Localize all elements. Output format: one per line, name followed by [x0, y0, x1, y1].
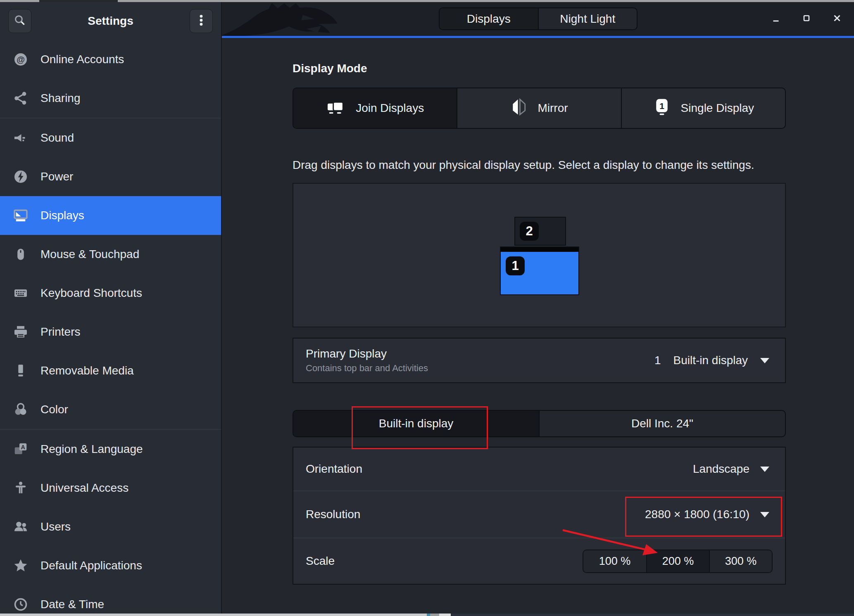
minimize-icon	[771, 13, 781, 25]
kali-dragon-decoration	[222, 2, 346, 36]
scale-option-100[interactable]: 100 %	[583, 550, 646, 572]
header-view-switcher: Displays Night Light	[439, 7, 638, 30]
sidebar-item-power[interactable]: Power	[0, 157, 221, 196]
resolution-row: Resolution 2880 × 1800 (16:10)	[293, 491, 785, 538]
background-taskbar-sliver	[0, 614, 854, 616]
sound-icon	[12, 130, 30, 145]
sidebar-item-online-accounts[interactable]: @ Online Accounts	[0, 40, 221, 79]
displays-icon	[12, 208, 30, 223]
sidebar-item-displays[interactable]: Displays	[0, 196, 221, 235]
menu-button[interactable]	[190, 9, 213, 33]
universal-access-icon	[12, 481, 30, 495]
region-language-icon: A	[12, 442, 30, 457]
keyboard-icon	[12, 286, 30, 301]
removable-media-icon	[12, 364, 30, 378]
scale-option-200[interactable]: 200 %	[646, 550, 709, 572]
users-icon	[12, 519, 30, 534]
online-accounts-icon: @	[12, 52, 30, 67]
printer-icon	[12, 325, 30, 339]
sidebar-item-sharing[interactable]: Sharing	[0, 79, 221, 118]
maximize-button[interactable]	[800, 13, 813, 25]
sidebar-item-mouse-touchpad[interactable]: Mouse & Touchpad	[0, 235, 221, 274]
close-icon	[832, 13, 842, 25]
primary-display-number: 1	[654, 354, 661, 367]
mirror-icon	[510, 98, 528, 119]
tab-displays[interactable]: Displays	[440, 8, 539, 29]
settings-sidebar: Settings @ Online Accounts Sharing Sound…	[0, 2, 222, 614]
arrange-instruction: Drag displays to match your physical dis…	[293, 159, 786, 172]
resolution-label: Resolution	[306, 508, 645, 521]
display-settings-card: Orientation Landscape Resolution 2880 × …	[293, 447, 786, 585]
headerbar: Displays Night Light	[222, 2, 854, 36]
single-display-icon: 1	[653, 97, 671, 119]
scale-option-300[interactable]: 300 %	[709, 550, 772, 572]
power-icon	[12, 169, 30, 184]
orientation-label: Orientation	[306, 462, 693, 476]
scale-row: Scale 100 % 200 % 300 %	[293, 538, 785, 584]
sidebar-item-universal-access[interactable]: Universal Access	[0, 469, 221, 507]
displays-panel: Displays Night Light Display Mode Join D…	[222, 2, 854, 614]
sharing-icon	[12, 91, 30, 105]
sidebar-item-color[interactable]: Color	[0, 390, 221, 429]
display-mode-switcher: Join Displays Mirror 1 Single Display	[293, 88, 786, 129]
primary-display-subtitle: Contains top bar and Activities	[306, 363, 654, 374]
resolution-dropdown[interactable]: 2880 × 1800 (16:10)	[645, 508, 773, 521]
search-button[interactable]	[8, 9, 31, 33]
display-arrangement-area: 2 1	[293, 183, 786, 327]
search-icon	[14, 14, 26, 28]
svg-text:A: A	[21, 444, 25, 450]
displays-content: Display Mode Join Displays Mirror 1 Sing…	[293, 62, 786, 585]
tab-dell-inc-24[interactable]: Dell Inc. 24"	[540, 411, 785, 436]
sidebar-item-sound[interactable]: Sound	[0, 118, 221, 157]
sidebar-item-removable-media[interactable]: Removable Media	[0, 351, 221, 390]
option-mirror[interactable]: Mirror	[457, 88, 621, 128]
option-single-display[interactable]: 1 Single Display	[621, 88, 785, 128]
scale-label: Scale	[306, 554, 583, 568]
clock-icon	[12, 597, 30, 611]
scale-button-group: 100 % 200 % 300 %	[583, 550, 773, 573]
minimize-button[interactable]	[770, 13, 782, 25]
focus-accent-line	[222, 36, 854, 38]
option-join-displays[interactable]: Join Displays	[293, 88, 457, 128]
chevron-down-icon	[760, 512, 769, 517]
primary-display-dropdown[interactable]: 1 Built-in display	[654, 354, 773, 367]
single-display-badge: 1	[659, 101, 664, 110]
svg-text:@: @	[17, 55, 25, 64]
mouse-icon	[12, 247, 30, 261]
display-selector-tabs: Built-in display Dell Inc. 24"	[293, 410, 786, 437]
monitor-2-badge: 2	[520, 222, 539, 241]
window-controls	[770, 2, 843, 36]
app-title: Settings	[31, 14, 190, 28]
primary-display-value: Built-in display	[673, 354, 748, 367]
sidebar-list: @ Online Accounts Sharing Sound Power Di…	[0, 40, 221, 616]
maximize-icon	[801, 13, 812, 25]
join-displays-icon	[326, 99, 346, 118]
sidebar-header: Settings	[0, 2, 221, 40]
color-icon	[12, 402, 30, 417]
star-icon	[12, 558, 30, 573]
sidebar-item-default-applications[interactable]: Default Applications	[0, 546, 221, 585]
primary-display-title: Primary Display	[306, 347, 654, 360]
orientation-row: Orientation Landscape	[293, 448, 785, 490]
sidebar-item-printers[interactable]: Printers	[0, 313, 221, 351]
primary-display-row[interactable]: Primary Display Contains top bar and Act…	[293, 338, 786, 383]
sidebar-item-date-time[interactable]: Date & Time	[0, 585, 221, 616]
chevron-down-icon	[760, 358, 769, 363]
monitor-1-topbar	[501, 247, 578, 252]
kebab-menu-icon	[195, 13, 207, 29]
sidebar-item-keyboard-shortcuts[interactable]: Keyboard Shortcuts	[0, 274, 221, 313]
tab-built-in-display[interactable]: Built-in display	[293, 411, 540, 436]
sidebar-item-region-language[interactable]: A Region & Language	[0, 430, 221, 469]
sidebar-item-users[interactable]: Users	[0, 507, 221, 546]
close-button[interactable]	[831, 13, 843, 25]
monitor-1-badge: 1	[506, 256, 525, 275]
orientation-dropdown[interactable]: Landscape	[693, 462, 773, 476]
chevron-down-icon	[760, 467, 769, 472]
monitor-thumbnail-2[interactable]: 2	[514, 217, 566, 246]
monitor-thumbnail-1[interactable]: 1	[500, 246, 579, 295]
display-mode-heading: Display Mode	[293, 62, 786, 75]
tab-night-light[interactable]: Night Light	[539, 8, 637, 29]
